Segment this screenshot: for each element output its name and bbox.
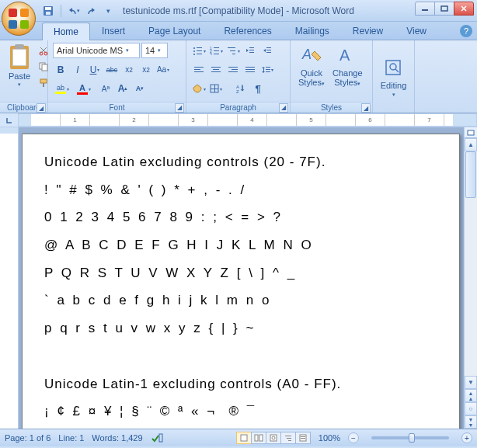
group-paragraph: ▾ 123▾ ▾ ▾ ▾ ▾ AZ ¶ Paragraph◢: [186, 40, 291, 113]
paragraph-dialog-launcher[interactable]: ◢: [279, 103, 288, 113]
line-spacing-button[interactable]: ▾: [259, 62, 275, 78]
paste-button[interactable]: Paste ▾: [5, 43, 34, 100]
borders-button[interactable]: ▾: [208, 81, 224, 96]
svg-rect-36: [213, 69, 219, 70]
help-icon[interactable]: ?: [460, 25, 472, 37]
underline-button[interactable]: U▾: [87, 62, 103, 78]
zoom-level[interactable]: 100%: [319, 433, 340, 443]
font-size-combo[interactable]: 14▾: [141, 43, 168, 58]
clipboard-dialog-launcher[interactable]: ◢: [37, 103, 46, 113]
svg-rect-26: [249, 47, 254, 48]
prev-page-button[interactable]: ▲▲: [465, 389, 477, 402]
qat-customize-icon[interactable]: ▾: [102, 5, 114, 17]
superscript-button[interactable]: x2: [138, 62, 154, 78]
svg-point-11: [193, 47, 195, 49]
ruler-toggle-button[interactable]: [465, 127, 477, 138]
status-line[interactable]: Line: 1: [58, 433, 84, 443]
tab-selector[interactable]: [0, 113, 19, 127]
svg-rect-10: [43, 83, 44, 87]
change-styles-icon: A: [336, 44, 359, 68]
align-center-button[interactable]: [208, 62, 224, 78]
tab-view[interactable]: View: [395, 22, 438, 40]
font-name-combo[interactable]: Arial Unicode MS▾: [53, 43, 140, 58]
page-scroll-area[interactable]: Unicode Latin excluding controls (20 - 7…: [19, 127, 464, 429]
decrease-indent-button[interactable]: [242, 43, 258, 58]
svg-rect-62: [270, 435, 277, 441]
maximize-button[interactable]: [434, 2, 454, 16]
svg-rect-34: [194, 71, 204, 72]
scroll-down-button[interactable]: ▼: [465, 376, 477, 389]
quick-styles-button[interactable]: A QuickStyles▾: [295, 43, 328, 100]
fullscreen-reading-view-button[interactable]: [251, 432, 266, 444]
svg-rect-68: [301, 436, 305, 437]
next-page-button[interactable]: ▼▼: [465, 415, 477, 429]
undo-icon[interactable]: ▾: [68, 5, 80, 17]
subscript-button[interactable]: x2: [121, 62, 137, 78]
web-layout-view-button[interactable]: [266, 432, 281, 444]
tab-home[interactable]: Home: [42, 23, 90, 40]
svg-rect-64: [285, 436, 291, 436]
italic-button[interactable]: I: [70, 62, 85, 78]
outline-view-button[interactable]: [280, 432, 296, 444]
status-page[interactable]: Page: 1 of 6: [5, 433, 50, 443]
shrink-font-button[interactable]: A▾: [132, 81, 148, 96]
spellcheck-icon[interactable]: [151, 432, 163, 443]
bullets-button[interactable]: ▾: [191, 43, 207, 58]
horizontal-ruler[interactable]: 1234567891011121314: [19, 113, 477, 127]
multilevel-button[interactable]: ▾: [225, 43, 241, 58]
justify-button[interactable]: [242, 62, 258, 78]
highlight-button[interactable]: ab▾: [53, 81, 68, 96]
zoom-out-button[interactable]: −: [348, 432, 359, 443]
grow-font-button[interactable]: A▴: [115, 81, 131, 96]
increase-indent-button[interactable]: [259, 43, 275, 58]
show-marks-button[interactable]: ¶: [250, 81, 266, 96]
tab-review[interactable]: Review: [341, 22, 395, 40]
svg-rect-39: [232, 69, 238, 70]
svg-rect-27: [249, 50, 254, 50]
scroll-up-button[interactable]: ▲: [465, 138, 477, 151]
minimize-button[interactable]: [415, 2, 435, 16]
clear-formatting-button[interactable]: Aª: [98, 81, 113, 96]
print-layout-view-button[interactable]: [236, 432, 252, 444]
vertical-ruler[interactable]: [0, 127, 19, 429]
styles-dialog-launcher[interactable]: ◢: [361, 103, 371, 113]
numbering-button[interactable]: 123▾: [208, 43, 224, 58]
change-case-button[interactable]: Aa▾: [155, 62, 171, 78]
page-content[interactable]: Unicode Latin excluding controls (20 - 7…: [44, 148, 437, 429]
tab-mailings[interactable]: Mailings: [284, 22, 341, 40]
zoom-in-button[interactable]: +: [461, 432, 472, 443]
titlebar: ▾ ▾ testunicode ms.rtf [Compatibility Mo…: [0, 0, 477, 22]
change-styles-button[interactable]: A ChangeStyles▾: [329, 43, 366, 100]
align-left-button[interactable]: [191, 62, 207, 78]
browse-object-button[interactable]: ○: [465, 402, 477, 415]
align-right-button[interactable]: [225, 62, 241, 78]
save-icon[interactable]: [42, 5, 54, 17]
svg-rect-1: [45, 7, 51, 10]
tab-references[interactable]: References: [212, 22, 283, 40]
close-button[interactable]: [454, 2, 474, 16]
tab-page-layout[interactable]: Page Layout: [137, 22, 212, 40]
svg-rect-3: [422, 9, 428, 11]
zoom-slider[interactable]: [371, 436, 449, 439]
svg-point-13: [193, 50, 195, 52]
svg-point-15: [193, 54, 195, 55]
zoom-thumb[interactable]: [409, 433, 415, 443]
scroll-track[interactable]: [465, 151, 477, 376]
svg-rect-41: [245, 67, 255, 68]
font-group-label: Font◢: [48, 102, 186, 113]
tab-insert[interactable]: Insert: [90, 22, 137, 40]
shading-button[interactable]: ▾: [191, 81, 207, 96]
styles-group-label: Styles◢: [291, 102, 372, 113]
strikethrough-button[interactable]: abc: [104, 62, 120, 78]
font-color-button[interactable]: A▾: [75, 81, 90, 96]
svg-rect-65: [287, 438, 291, 439]
redo-icon[interactable]: [85, 5, 97, 17]
status-words[interactable]: Words: 1,429: [92, 433, 142, 443]
draft-view-button[interactable]: [295, 432, 311, 444]
scroll-thumb[interactable]: [465, 151, 476, 198]
office-button[interactable]: [2, 2, 36, 36]
editing-button[interactable]: Editing ▾: [378, 43, 409, 112]
font-dialog-launcher[interactable]: ◢: [175, 103, 184, 113]
sort-button[interactable]: AZ: [233, 81, 249, 96]
bold-button[interactable]: B: [53, 62, 68, 78]
